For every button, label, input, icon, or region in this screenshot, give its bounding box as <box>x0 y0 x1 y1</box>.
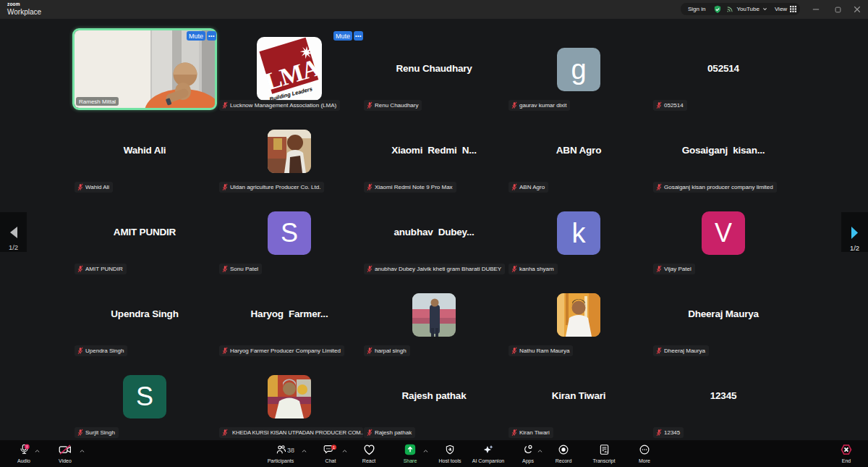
svg-text:!: ! <box>26 445 27 449</box>
svg-text:1: 1 <box>333 445 335 450</box>
